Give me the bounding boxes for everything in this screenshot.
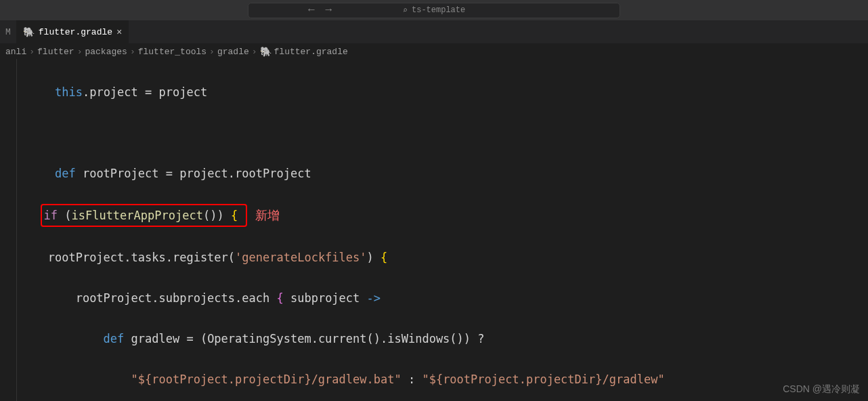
close-icon[interactable]: ×	[116, 27, 122, 38]
breadcrumb[interactable]: anli › flutter › packages › flutter_tool…	[0, 44, 868, 59]
chevron-right-icon: ›	[209, 47, 215, 57]
tab-prefix: M	[0, 20, 16, 43]
chevron-right-icon: ›	[77, 47, 83, 57]
nav-forward-icon[interactable]: →	[326, 4, 332, 16]
highlight-box-new-line: if (isFlutterAppProject()) {	[41, 204, 247, 227]
watermark: CSDN @遇冷则凝	[783, 383, 860, 396]
code-line[interactable]: def rootProject = project.rootProject	[27, 163, 868, 184]
code-line[interactable]: this.project = project	[27, 82, 868, 102]
nav-back-icon[interactable]: ←	[308, 4, 315, 16]
gradle-icon: 🐘	[23, 26, 35, 38]
code-editor[interactable]: this.project = project def rootProject =…	[0, 59, 868, 401]
breadcrumb-item[interactable]: flutter	[37, 47, 74, 57]
gradle-icon: 🐘	[260, 46, 272, 58]
nav-arrows: ← →	[308, 4, 332, 16]
breadcrumb-item[interactable]: packages	[85, 47, 127, 57]
code-content[interactable]: this.project = project def rootProject =…	[27, 62, 868, 401]
code-line[interactable]: rootProject.tasks.register('generateLock…	[27, 247, 868, 268]
line-number-gutter	[0, 59, 17, 401]
annotation-new: 新增	[255, 209, 280, 222]
breadcrumb-item[interactable]: anli	[5, 47, 26, 57]
tab-active[interactable]: 🐘 flutter.gradle ×	[16, 20, 129, 43]
code-line[interactable]: rootProject.subprojects.each { subprojec…	[27, 288, 868, 308]
code-line[interactable]: if (isFlutterAppProject()) { 新增	[27, 204, 868, 227]
chevron-right-icon: ›	[29, 47, 35, 57]
search-placeholder: ts-template	[412, 5, 465, 15]
chevron-right-icon: ›	[252, 47, 257, 57]
breadcrumb-item[interactable]: flutter_tools	[138, 47, 207, 57]
code-line[interactable]: "${rootProject.projectDir}/gradlew.bat" …	[27, 369, 868, 389]
breadcrumb-item[interactable]: flutter.gradle	[274, 47, 348, 57]
tab-label: flutter.gradle	[39, 27, 112, 37]
code-line[interactable]: def gradlew = (OperatingSystem.current()…	[27, 329, 868, 349]
title-bar: ← → ⌕ ts-template	[0, 0, 868, 20]
chevron-right-icon: ›	[130, 47, 135, 57]
code-line[interactable]	[27, 123, 868, 143]
breadcrumb-item[interactable]: gradle	[217, 47, 249, 57]
tabs-bar: M 🐘 flutter.gradle ×	[0, 20, 868, 44]
search-icon: ⌕	[403, 5, 408, 16]
command-center-search[interactable]: ⌕ ts-template	[248, 3, 620, 18]
